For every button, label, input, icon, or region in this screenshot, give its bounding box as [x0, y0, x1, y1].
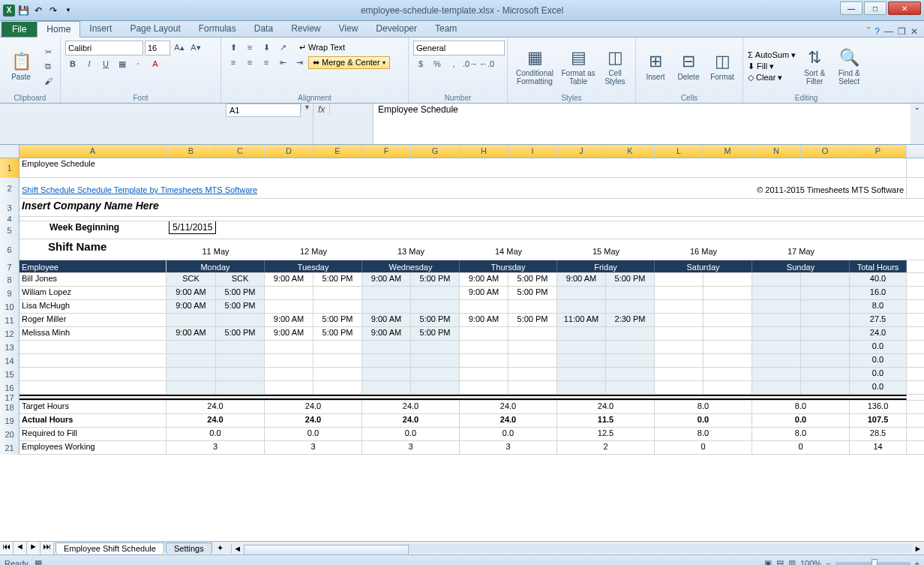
font-color-icon[interactable]: A [148, 57, 163, 71]
col-header-F[interactable]: F [362, 145, 411, 158]
total-cell[interactable]: 0.0 [850, 368, 907, 380]
summary-value[interactable]: 0 [752, 441, 850, 454]
summary-value[interactable]: 0 [655, 441, 752, 454]
shift-cell[interactable] [166, 368, 216, 380]
summary-value[interactable]: 0.0 [166, 428, 265, 440]
shift-cell[interactable] [265, 341, 314, 353]
col-header-A[interactable]: A [20, 145, 166, 158]
inc-decimal-icon[interactable]: .0→ [463, 57, 478, 71]
shift-cell[interactable]: 9:00 AM [362, 273, 411, 286]
summary-value[interactable]: 8.0 [752, 401, 850, 413]
font-name-combo[interactable] [65, 41, 143, 56]
format-painter-icon[interactable]: 🖌 [40, 74, 56, 88]
shift-cell[interactable] [557, 287, 606, 299]
format-cells-button[interactable]: ◫Format [706, 42, 738, 92]
shift-cell[interactable] [752, 354, 801, 367]
fill-color-icon[interactable]: 🞍 [131, 57, 146, 71]
sheet-tab[interactable]: Employee Shift Schedule [56, 542, 164, 554]
shift-cell[interactable] [752, 287, 801, 299]
shift-cell[interactable] [557, 381, 606, 394]
clear-button[interactable]: ◇ Clear ▾ [748, 73, 796, 83]
comma-icon[interactable]: , [446, 57, 461, 71]
new-sheet-icon[interactable]: ✦ [212, 543, 228, 553]
summary-value[interactable]: 3 [460, 441, 557, 454]
orientation-icon[interactable]: ↗ [275, 41, 290, 54]
row-header[interactable]: 5 [0, 221, 20, 239]
shift-cell[interactable] [704, 300, 752, 313]
tab-home[interactable]: Home [37, 21, 80, 38]
redo-icon[interactable]: ↷ [46, 4, 60, 17]
shift-cell[interactable] [704, 381, 752, 394]
summary-total[interactable]: 28.5 [850, 428, 907, 440]
shift-cell[interactable]: 9:00 AM [362, 314, 411, 326]
shift-cell[interactable] [362, 341, 411, 353]
view-break-icon[interactable]: ▥ [788, 558, 796, 565]
shift-cell[interactable]: 5:00 PM [314, 314, 362, 326]
shift-cell[interactable]: 5:00 PM [606, 273, 655, 286]
row-header[interactable]: 15 [0, 368, 20, 381]
hscroll-left-icon[interactable]: ◄ [232, 544, 244, 553]
shift-cell[interactable] [314, 354, 362, 367]
shift-cell[interactable] [216, 354, 265, 367]
shift-cell[interactable] [314, 287, 362, 299]
shift-cell[interactable] [508, 381, 557, 394]
shift-cell[interactable] [460, 368, 508, 380]
shift-cell[interactable] [166, 354, 216, 367]
company-name-cell[interactable]: Insert Company Name Here [20, 199, 907, 216]
autosum-button[interactable]: Σ AutoSum ▾ [748, 50, 796, 60]
merge-center-button[interactable]: ⬌Merge & Center▾ [308, 56, 390, 69]
font-size-combo[interactable] [145, 41, 170, 56]
shift-cell[interactable] [655, 273, 704, 286]
shrink-font-icon[interactable]: A▾ [188, 41, 203, 54]
shift-cell[interactable] [557, 354, 606, 367]
shift-cell[interactable] [655, 300, 704, 313]
shift-cell[interactable] [460, 381, 508, 394]
summary-value[interactable]: 2 [557, 441, 655, 454]
col-header-D[interactable]: D [265, 145, 314, 158]
employee-name-cell[interactable] [20, 381, 166, 394]
shift-cell[interactable]: 5:00 PM [411, 314, 460, 326]
macro-record-icon[interactable]: ▦ [34, 558, 42, 565]
shift-cell[interactable] [166, 314, 216, 326]
row-header[interactable]: 8 [0, 273, 20, 287]
row-header[interactable]: 21 [0, 441, 20, 455]
employee-name-cell[interactable]: Bill Jones [20, 273, 166, 286]
shift-cell[interactable] [752, 327, 801, 340]
shift-cell[interactable]: 9:00 AM [460, 314, 508, 326]
employee-name-cell[interactable]: Melissa Minh [20, 327, 166, 340]
shift-cell[interactable]: 5:00 PM [216, 300, 265, 313]
copy-icon[interactable]: ⧉ [40, 60, 56, 74]
shift-cell[interactable] [655, 354, 704, 367]
doc-minimize-icon[interactable]: — [884, 26, 893, 37]
shift-cell[interactable] [460, 300, 508, 313]
shift-cell[interactable] [752, 341, 801, 353]
shift-cell[interactable]: 9:00 AM [362, 327, 411, 340]
sheet-prev-icon[interactable]: ◄ [14, 542, 27, 554]
zoom-thumb[interactable] [872, 559, 878, 566]
shift-cell[interactable] [216, 341, 265, 353]
file-tab[interactable]: File [2, 22, 37, 37]
shift-cell[interactable] [460, 354, 508, 367]
shift-cell[interactable] [411, 341, 460, 353]
minimize-button[interactable]: — [840, 2, 862, 15]
close-button[interactable]: ✕ [888, 2, 921, 15]
week-beginning-cell[interactable]: 5/11/2015 [166, 221, 250, 239]
employee-name-cell[interactable] [20, 341, 166, 353]
col-header-G[interactable]: G [411, 145, 460, 158]
sheet-tab[interactable]: Settings [166, 542, 212, 554]
total-cell[interactable]: 27.5 [850, 314, 907, 326]
summary-value[interactable]: 24.0 [265, 401, 362, 413]
summary-total[interactable]: 14 [850, 441, 907, 454]
sheet-first-icon[interactable]: ⏮ [0, 542, 14, 554]
row-header[interactable]: 12 [0, 327, 20, 341]
col-header-H[interactable]: H [460, 145, 508, 158]
row-header[interactable]: 11 [0, 314, 20, 327]
shift-cell[interactable] [752, 368, 801, 380]
row-header[interactable]: 20 [0, 428, 20, 441]
conditional-formatting-button[interactable]: ▦Conditional Formatting [512, 42, 557, 92]
summary-value[interactable]: 24.0 [460, 401, 557, 413]
format-as-table-button[interactable]: ▤Format as Table [560, 42, 596, 92]
employee-name-cell[interactable]: Lisa McHugh [20, 300, 166, 313]
formula-input[interactable]: Employee Schedule [374, 104, 910, 144]
minimize-ribbon-icon[interactable]: ˇ [867, 26, 870, 37]
